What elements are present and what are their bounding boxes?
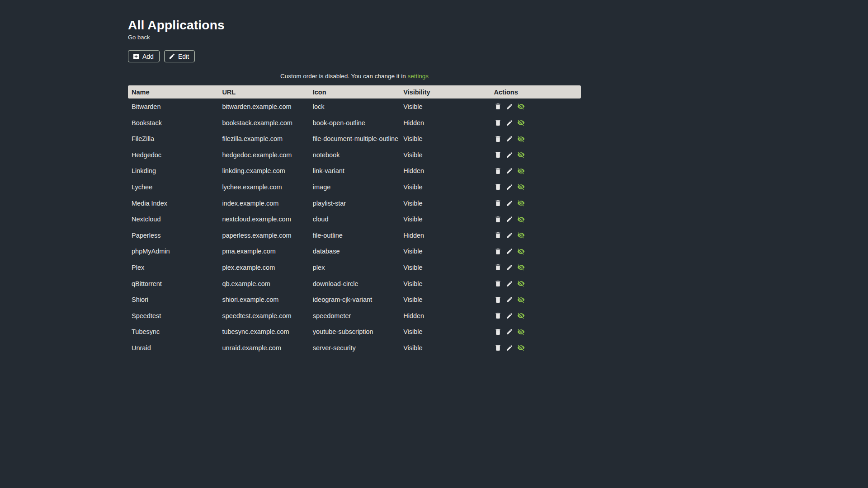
pencil-icon[interactable] [506,232,513,239]
app-name: Linkding [128,163,218,179]
eye-off-icon[interactable] [517,167,525,175]
eye-off-icon[interactable] [517,280,525,287]
pencil-icon[interactable] [506,103,513,110]
trash-icon[interactable] [494,199,502,207]
edit-button[interactable]: Edit [164,50,195,62]
app-url: bitwarden.example.com [218,99,309,115]
app-name: phpMyAdmin [128,244,218,260]
app-actions [491,211,581,227]
app-url: filezilla.example.com [218,131,309,147]
app-url: shiori.example.com [218,291,309,308]
eye-off-icon[interactable] [517,263,525,271]
go-back-link[interactable]: Go back [128,34,150,41]
app-actions [491,308,581,324]
table-row: FileZilla filezilla.example.com file-doc… [128,131,581,147]
app-name: Unraid [128,340,218,356]
app-icon-name: image [309,179,400,195]
trash-icon[interactable] [494,167,502,175]
trash-icon[interactable] [494,296,502,304]
trash-icon[interactable] [494,151,502,159]
trash-icon[interactable] [494,216,502,223]
pencil-icon[interactable] [506,135,513,142]
trash-icon[interactable] [494,135,502,143]
pencil-icon[interactable] [506,151,513,159]
app-url: pma.example.com [218,244,309,260]
app-actions [491,340,581,356]
applications-table: NameURLIconVisibilityActions Bitwarden b… [128,85,581,356]
trash-icon[interactable] [494,183,502,191]
app-visibility: Visible [400,99,490,115]
eye-off-icon[interactable] [517,328,525,336]
app-actions [491,163,581,179]
app-visibility: Visible [400,147,490,163]
table-row: Paperless paperless.example.com file-out… [128,227,581,244]
pencil-icon[interactable] [506,312,513,319]
app-visibility: Visible [400,179,490,195]
app-visibility: Hidden [400,308,490,324]
pencil-icon[interactable] [506,328,513,335]
eye-off-icon[interactable] [517,135,525,143]
actions-bar: Add Edit [128,50,581,62]
trash-icon[interactable] [494,103,502,110]
table-header-row: NameURLIconVisibilityActions [128,85,581,99]
eye-off-icon[interactable] [517,296,525,304]
pencil-icon[interactable] [506,200,513,207]
app-url: speedtest.example.com [218,308,309,324]
table-row: Bookstack bookstack.example.com book-ope… [128,115,581,131]
pencil-icon[interactable] [506,167,513,174]
pencil-icon[interactable] [506,280,513,287]
table-row: Shiori shiori.example.com ideogram-cjk-v… [128,291,581,308]
pencil-icon[interactable] [506,248,513,255]
pencil-icon[interactable] [506,183,513,191]
eye-off-icon[interactable] [517,119,525,127]
eye-off-icon[interactable] [517,199,525,207]
app-name: Nextcloud [128,211,218,227]
app-url: nextcloud.example.com [218,211,309,227]
eye-off-icon[interactable] [517,103,525,110]
trash-icon[interactable] [494,263,502,271]
eye-off-icon[interactable] [517,312,525,319]
column-header: Visibility [400,85,490,99]
settings-link[interactable]: settings [407,73,429,80]
trash-icon[interactable] [494,280,502,287]
app-url: unraid.example.com [218,340,309,356]
app-icon-name: server-security [309,340,400,356]
app-url: qb.example.com [218,276,309,292]
table-row: Speedtest speedtest.example.com speedome… [128,308,581,324]
eye-off-icon[interactable] [517,231,525,239]
pencil-icon[interactable] [506,264,513,271]
pencil-icon[interactable] [506,344,513,352]
trash-icon[interactable] [494,344,502,352]
trash-icon[interactable] [494,231,502,239]
app-name: Lychee [128,179,218,195]
eye-off-icon[interactable] [517,183,525,191]
app-actions [491,195,581,211]
eye-off-icon[interactable] [517,216,525,223]
pencil-icon[interactable] [506,296,513,303]
eye-off-icon[interactable] [517,248,525,255]
app-icon-name: book-open-outline [309,115,400,131]
plus-box-icon [132,53,140,60]
trash-icon[interactable] [494,248,502,255]
app-actions [491,147,581,163]
app-name: Tubesync [128,324,218,340]
pencil-icon[interactable] [506,119,513,127]
trash-icon[interactable] [494,312,502,319]
add-button[interactable]: Add [128,50,160,62]
app-icon-name: speedometer [309,308,400,324]
pencil-icon[interactable] [506,216,513,223]
app-name: Bitwarden [128,99,218,115]
eye-off-icon[interactable] [517,344,525,352]
trash-icon[interactable] [494,119,502,127]
app-icon-name: youtube-subscription [309,324,400,340]
eye-off-icon[interactable] [517,151,525,159]
app-url: linkding.example.com [218,163,309,179]
app-visibility: Hidden [400,227,490,244]
app-icon-name: playlist-star [309,195,400,211]
app-url: index.example.com [218,195,309,211]
app-actions [491,276,581,292]
page-title: All Applications [128,18,581,33]
app-icon-name: download-circle [309,276,400,292]
app-actions [491,291,581,308]
trash-icon[interactable] [494,328,502,336]
